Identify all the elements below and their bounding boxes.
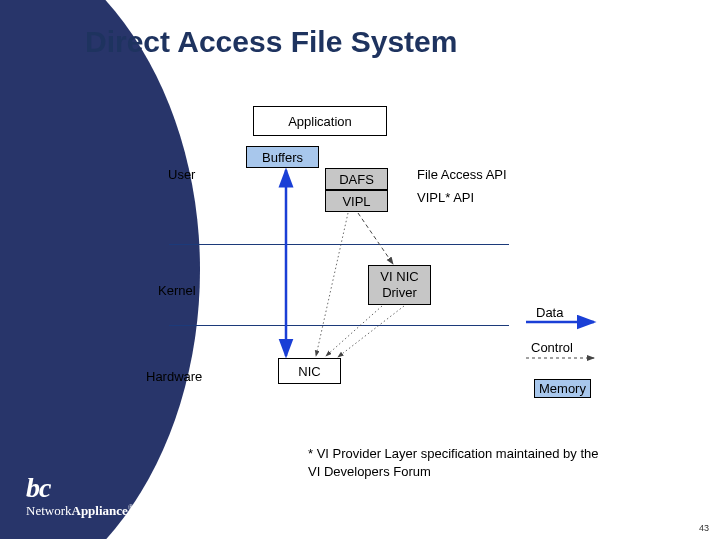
arrow-driver-to-nic-right bbox=[338, 306, 404, 357]
box-dafs: DAFS bbox=[325, 168, 388, 190]
logo: bc NetworkAppliance® bbox=[26, 475, 176, 519]
box-nic-label: NIC bbox=[298, 364, 320, 379]
page-number: 43 bbox=[699, 523, 709, 533]
box-vipl-label: VIPL bbox=[342, 194, 370, 209]
box-dafs-label: DAFS bbox=[339, 172, 374, 187]
logo-name: NetworkAppliance® bbox=[26, 503, 176, 519]
arrow-driver-to-nic-left bbox=[326, 306, 382, 356]
box-vi-nic-driver-label: VI NIC Driver bbox=[369, 269, 430, 300]
footnote: * VI Provider Layer specification mainta… bbox=[308, 445, 608, 480]
layer-hardware-label: Hardware bbox=[146, 369, 202, 384]
logo-reg: ® bbox=[128, 503, 134, 512]
layer-kernel-label: Kernel bbox=[158, 283, 196, 298]
legend-memory-label: Memory bbox=[534, 379, 591, 398]
arrow-vipl-to-driver bbox=[358, 213, 393, 264]
box-buffers-label: Buffers bbox=[262, 150, 303, 165]
layer-user-label: User bbox=[168, 167, 195, 182]
box-nic: NIC bbox=[278, 358, 341, 384]
box-application: Application bbox=[253, 106, 387, 136]
divider-user-kernel bbox=[169, 244, 509, 245]
arrow-vipl-to-nic bbox=[316, 213, 348, 356]
box-vipl: VIPL bbox=[325, 190, 388, 212]
logo-name-prefix: Network bbox=[26, 503, 72, 518]
navy-arc bbox=[0, 0, 200, 539]
page-title: Direct Access File System bbox=[85, 25, 457, 59]
box-application-label: Application bbox=[288, 114, 352, 129]
divider-kernel-hardware bbox=[169, 325, 509, 326]
legend-data-label: Data bbox=[536, 305, 563, 320]
logo-name-suffix: Appliance bbox=[72, 503, 128, 518]
logo-mark: bc bbox=[26, 475, 176, 500]
label-vipl-api: VIPL* API bbox=[417, 190, 474, 205]
box-vi-nic-driver: VI NIC Driver bbox=[368, 265, 431, 305]
label-file-access-api: File Access API bbox=[417, 167, 507, 182]
box-buffers: Buffers bbox=[246, 146, 319, 168]
legend-control-label: Control bbox=[531, 340, 573, 355]
